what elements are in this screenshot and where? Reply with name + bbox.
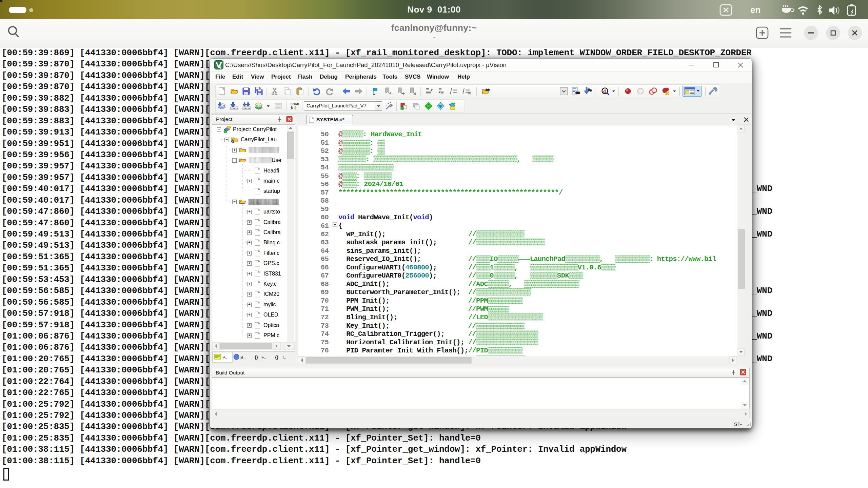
svg-text:5: 5 (220, 66, 222, 69)
svg-text:T..: T.. (282, 355, 287, 360)
svg-text:en: en (750, 5, 761, 15)
svg-text:LOAD: LOAD (291, 102, 299, 106)
svg-text:{}: {} (275, 354, 278, 360)
svg-text:P..: P.. (222, 355, 227, 360)
svg-text:F..: F.. (261, 355, 266, 360)
svg-text:B..: B.. (240, 355, 246, 360)
svg-text:{}: {} (255, 354, 258, 360)
svg-text:d: d (603, 89, 606, 94)
